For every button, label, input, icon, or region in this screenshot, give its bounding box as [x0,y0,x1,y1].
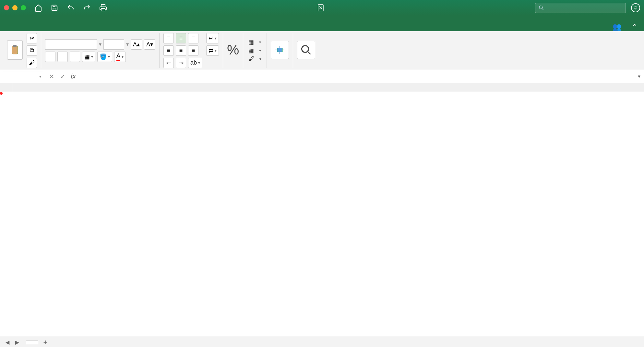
align-middle-icon[interactable]: ≡ [176,33,186,43]
redo-icon[interactable] [81,3,93,13]
maximize-window-button[interactable] [21,5,26,10]
undo-icon[interactable] [65,3,77,13]
expand-formula-bar-icon[interactable]: ▾ [634,73,644,79]
align-right-icon[interactable]: ≡ [188,45,198,56]
borders-icon[interactable]: ▦ [82,52,95,62]
align-bottom-icon[interactable]: ≡ [188,33,198,43]
underline-button[interactable] [70,52,80,62]
bold-button[interactable] [45,52,55,62]
align-left-icon[interactable]: ≡ [163,45,174,56]
minimize-window-button[interactable] [12,5,18,10]
share-icon: 👥 [613,23,621,31]
search-box[interactable] [535,3,626,13]
formula-input[interactable] [78,72,634,81]
highlight-annotation [0,92,3,95]
svg-rect-4 [277,48,282,52]
ribbon: ✂ ⧉ 🖌 ▾ ▾ A▴ A▾ ▦ 🪣 A ≡ ≡ ≡ [0,31,644,70]
svg-rect-3 [13,45,17,47]
cells-icon[interactable] [271,41,289,59]
search-input[interactable] [546,5,622,11]
increase-font-icon[interactable]: A▴ [131,39,142,50]
search-icon [539,5,544,11]
conditional-formatting-button[interactable]: ▦ [247,38,263,46]
titlebar: ☺ [0,0,644,16]
orientation-icon[interactable]: ab [188,58,202,68]
close-window-button[interactable] [4,5,9,10]
document-title [109,4,535,12]
italic-button[interactable] [57,52,68,62]
wrap-text-icon[interactable]: ↵ [206,33,219,43]
svg-point-1 [539,6,543,9]
styles-group: ▦ ▦ 🖌 [243,33,267,68]
spreadsheet-grid[interactable] [0,83,644,336]
font-color-icon[interactable]: A [114,52,126,62]
select-all-corner[interactable] [0,83,12,92]
fx-label[interactable]: fx [71,73,76,80]
home-icon[interactable] [32,3,44,13]
cut-icon[interactable]: ✂ [27,33,37,43]
merge-icon[interactable]: ⇄ [206,45,219,56]
copy-icon[interactable]: ⧉ [27,45,37,56]
quick-access-toolbar [32,3,109,13]
cells-group [267,33,293,68]
next-sheet-icon[interactable]: ▶ [13,338,21,347]
fill-color-icon[interactable]: 🪣 [97,52,112,62]
decrease-font-icon[interactable]: A▾ [144,39,155,50]
name-box[interactable]: ▾ [2,71,44,82]
font-size-select[interactable] [103,39,124,50]
user-icon[interactable]: ☺ [631,3,640,12]
column-headers [0,83,644,92]
number-group: % [223,33,243,68]
window-controls [4,5,26,10]
print-icon[interactable] [97,3,109,13]
save-icon[interactable] [49,3,60,13]
enter-formula-icon[interactable]: ✓ [57,71,68,82]
prev-sheet-icon[interactable]: ◀ [3,338,12,347]
clipboard-group: ✂ ⧉ 🖌 [3,33,41,68]
cell-styles-button[interactable]: 🖌 [247,55,263,63]
collapse-ribbon-icon[interactable]: ⌃ [632,23,638,31]
ribbon-tabs: 👥 ⌃ [0,16,644,31]
alignment-group: ≡ ≡ ≡ ↵ ≡ ≡ ≡ ⇄ ⇤ ⇥ ab [160,33,223,68]
decrease-indent-icon[interactable]: ⇤ [163,58,174,68]
formula-bar: ▾ ✕ ✓ fx ▾ [0,70,644,83]
cancel-formula-icon[interactable]: ✕ [46,71,57,82]
font-family-select[interactable] [45,39,97,50]
font-group: ▾ ▾ A▴ A▾ ▦ 🪣 A [41,33,160,68]
align-center-icon[interactable]: ≡ [176,45,186,56]
increase-indent-icon[interactable]: ⇥ [176,58,186,68]
sheet-tab-bar: ◀ ▶ + [0,336,644,347]
align-top-icon[interactable]: ≡ [163,33,174,43]
add-sheet-button[interactable]: + [40,337,51,347]
find-icon[interactable] [297,41,315,59]
editing-group [293,33,319,68]
percent-icon[interactable]: % [227,42,239,58]
format-painter-icon[interactable]: 🖌 [27,58,37,68]
paste-button[interactable] [7,40,23,60]
sheet-tab[interactable] [26,340,38,344]
format-as-table-button[interactable]: ▦ [247,46,263,55]
svg-point-5 [302,45,309,52]
